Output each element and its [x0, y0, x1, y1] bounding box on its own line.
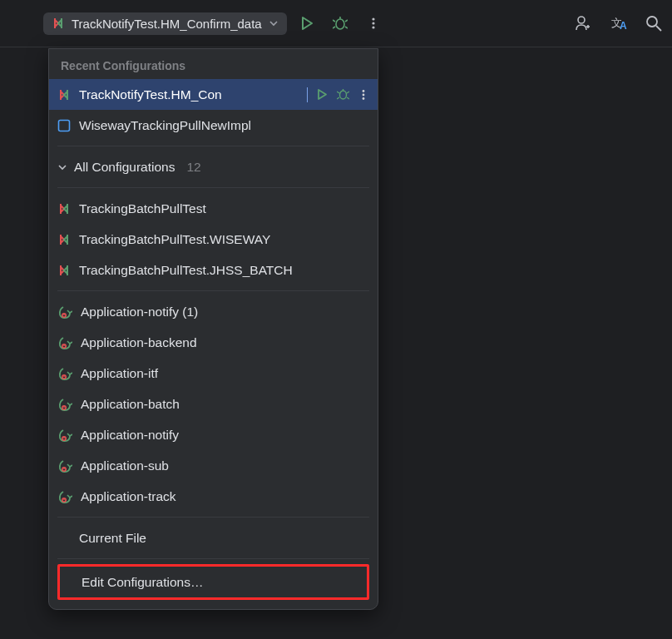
- spring-boot-icon: [57, 367, 72, 380]
- svg-line-18: [337, 92, 339, 93]
- spring-boot-icon: [57, 305, 72, 319]
- test-icon: [57, 88, 71, 102]
- svg-point-16: [340, 91, 347, 99]
- svg-rect-25: [59, 120, 70, 131]
- svg-line-5: [345, 27, 348, 28]
- svg-text:A: A: [620, 20, 627, 32]
- svg-line-20: [337, 97, 339, 99]
- debug-button[interactable]: [327, 10, 353, 37]
- test-icon: [52, 17, 65, 30]
- svg-point-0: [336, 19, 344, 29]
- more-actions-button[interactable]: [360, 10, 387, 37]
- selected-config-name: TrackNotifyTest.HM_Confirm_data: [72, 17, 262, 31]
- spring-boot-icon: [57, 336, 72, 349]
- svg-point-6: [372, 17, 374, 20]
- app-config-item[interactable]: Application-sub: [49, 450, 378, 481]
- chevron-down-icon: [269, 18, 279, 28]
- app-config-item[interactable]: Application-itf: [49, 358, 378, 389]
- svg-point-23: [363, 93, 365, 96]
- chevron-down-icon: [57, 162, 67, 172]
- recent-config-item[interactable]: WisewayTrackingPullNewImpl: [49, 110, 378, 141]
- run-button[interactable]: [294, 10, 320, 37]
- all-configurations-header[interactable]: All Configurations 12: [49, 151, 378, 182]
- recent-config-item[interactable]: TrackNotifyTest.HM_Con: [49, 79, 378, 110]
- svg-line-2: [333, 20, 335, 22]
- run-config-dropdown: Recent Configurations TrackNotifyTest.HM…: [48, 48, 378, 610]
- separator: [57, 558, 369, 559]
- separator: [57, 187, 369, 188]
- svg-point-14: [647, 17, 657, 27]
- separator: [57, 146, 369, 146]
- edit-configurations-item[interactable]: Edit Configurations…: [60, 567, 367, 597]
- recent-section-title: Recent Configurations: [49, 49, 378, 79]
- app-config-item[interactable]: Application-notify (1): [49, 296, 378, 327]
- test-config-item[interactable]: TrackingBatchPullTest.WISEWAY: [49, 224, 378, 255]
- more-icon[interactable]: [358, 89, 369, 101]
- all-configs-label: All Configurations: [74, 160, 175, 175]
- translate-button[interactable]: 文A: [607, 10, 634, 37]
- svg-point-9: [578, 17, 585, 23]
- svg-line-4: [333, 27, 335, 28]
- code-with-me-button[interactable]: [569, 10, 595, 37]
- test-icon: [57, 202, 71, 215]
- test-icon: [57, 264, 71, 277]
- svg-line-3: [345, 20, 348, 22]
- debug-icon[interactable]: [337, 88, 349, 101]
- test-config-item[interactable]: TrackingBatchPullTest.JHSS_BATCH: [49, 255, 378, 285]
- svg-point-22: [363, 90, 365, 92]
- test-config-item[interactable]: TrackingBatchPullTest: [49, 193, 378, 224]
- app-config-item[interactable]: Application-notify: [49, 419, 378, 450]
- class-icon: [57, 119, 71, 132]
- test-icon: [57, 233, 71, 246]
- svg-line-15: [656, 26, 661, 31]
- current-file-item[interactable]: Current File: [49, 523, 378, 553]
- run-icon[interactable]: [316, 88, 329, 101]
- svg-line-21: [347, 97, 349, 99]
- all-configs-count: 12: [186, 160, 200, 175]
- spring-boot-icon: [57, 398, 72, 411]
- app-config-item[interactable]: Application-batch: [49, 389, 378, 419]
- search-button[interactable]: [645, 10, 662, 37]
- top-toolbar: TrackNotifyTest.HM_Confirm_data 文A: [0, 0, 672, 47]
- svg-point-24: [363, 97, 365, 100]
- spring-boot-icon: [57, 428, 72, 442]
- app-config-item[interactable]: Application-track: [49, 481, 378, 512]
- separator: [57, 290, 369, 291]
- svg-line-19: [347, 92, 349, 93]
- app-config-item[interactable]: Application-backend: [49, 327, 378, 358]
- spring-boot-icon: [57, 459, 72, 473]
- separator: [57, 517, 369, 518]
- svg-point-7: [372, 22, 374, 24]
- edit-configurations-highlight: Edit Configurations…: [57, 564, 369, 600]
- run-config-selector[interactable]: TrackNotifyTest.HM_Confirm_data: [43, 12, 287, 35]
- spring-boot-icon: [57, 490, 72, 503]
- svg-point-8: [372, 26, 374, 28]
